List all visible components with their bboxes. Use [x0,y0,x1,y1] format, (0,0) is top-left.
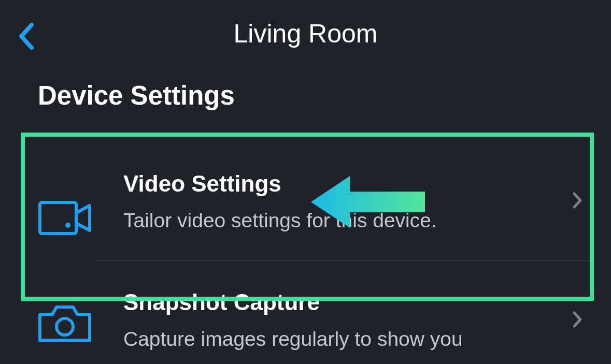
item-subtitle: Capture images regularly to show you [123,326,549,353]
video-camera-icon [38,195,95,237]
section-heading: Device Settings [0,67,611,142]
item-title: Snapshot Capture [123,289,549,315]
item-subtitle: Tailor video settings for this device. [123,207,549,235]
page-title: Living Room [0,19,611,49]
svg-rect-0 [40,202,76,234]
svg-point-2 [56,318,73,335]
list-item-video-settings[interactable]: Video Settings Tailor video settings for… [0,142,611,261]
back-button[interactable] [13,21,39,52]
camera-icon [38,298,95,344]
svg-point-1 [65,223,70,228]
chevron-left-icon [18,23,34,50]
chevron-right-icon [572,192,582,211]
list-item-snapshot-capture[interactable]: Snapshot Capture Capture images regularl… [0,261,611,353]
settings-list: Video Settings Tailor video settings for… [0,142,611,353]
item-title: Video Settings [123,171,549,197]
chevron-right-icon [572,311,582,330]
header-bar: Living Room [0,0,611,67]
